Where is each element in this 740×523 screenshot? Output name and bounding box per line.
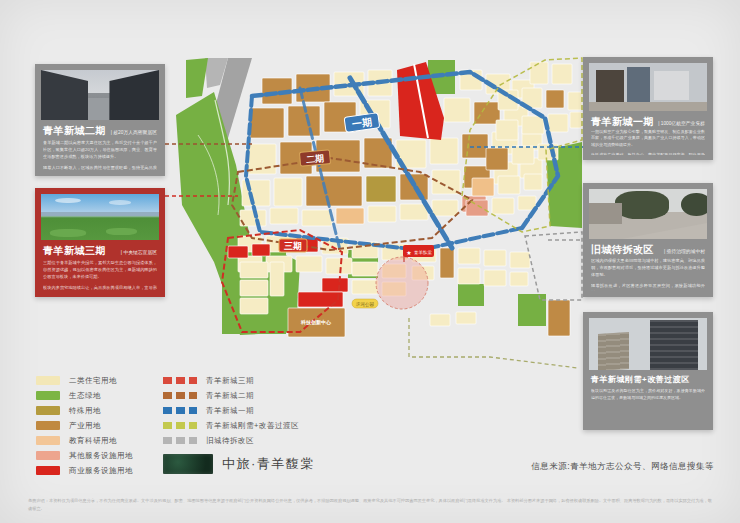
map-parcel [486, 148, 508, 170]
panel-phase2-title: 青羊新城二期 [43, 124, 106, 138]
map-parcel [484, 250, 506, 266]
map-parcel [552, 64, 572, 84]
panel-phase2-body: 青羊新城二期以高密度大盘住区为主，先后交付十余个超千户社区，聚集常住人口超20万… [43, 140, 157, 170]
legend-regions: 青羊新城三期青羊新城二期青羊新城一期青羊新城刚需+改善过渡区旧城待拆改区 [163, 373, 299, 448]
map-oldtown-boundary [525, 232, 582, 300]
map-parcel [302, 210, 332, 226]
panel-phase1-subtitle: | 1000亿航空产业集群 [658, 120, 705, 126]
map-parcel [498, 176, 520, 194]
map-green-patch [458, 284, 484, 306]
legend-color-swatch [36, 451, 60, 460]
map-parcel [336, 208, 364, 224]
panel-transition: 青羊新城刚需+改善过渡区 板块以刚需及改善型住区为主，房价相对友好，承接青羊新城… [583, 312, 713, 430]
svg-text:三期: 三期 [284, 241, 302, 251]
legend-label: 青羊新城二期 [206, 391, 254, 401]
legend-row: 二类住宅用地 [36, 373, 133, 388]
project-flag-label: 青羊馥棠 [414, 250, 433, 255]
legend-row: 产业用地 [36, 418, 133, 433]
legend-color-swatch [36, 376, 60, 385]
map-parcel [496, 120, 518, 140]
phase3-badge: 三期 [279, 239, 307, 252]
logo-image [163, 454, 213, 474]
map-parcel [326, 258, 352, 274]
legend-label: 产业用地 [69, 421, 101, 431]
map-parcel [400, 204, 428, 220]
photo-oldtown-street [589, 189, 707, 239]
legend-label: 青羊新城三期 [206, 376, 254, 386]
map-parcel [546, 90, 564, 108]
legend-dash-swatch [163, 392, 197, 399]
logo-text: 中旅·青羊馥棠 [222, 455, 315, 473]
legend-dash-swatch [163, 422, 197, 429]
panel-phase1: 青羊新城一期 | 1000亿航空产业集群 一期以航空产业为核心引擎，聚集航空研发… [583, 57, 713, 160]
logo: 中旅·青羊馥棠 [163, 454, 315, 474]
project-star-icon: ★ [406, 250, 411, 256]
panel-phase3-subtitle: | 中央绿芯宜居区 [121, 249, 157, 255]
legend-dash-swatch [163, 377, 197, 384]
map-parcel [458, 268, 480, 284]
map-parcel [430, 314, 450, 326]
map-parcel [462, 134, 488, 158]
map-parcel [458, 248, 480, 264]
legend-label: 其他服务设施用地 [69, 451, 133, 461]
legend-row: 青羊新城二期 [163, 388, 299, 403]
map-parcel [274, 178, 302, 206]
map-parcel [368, 206, 396, 222]
panel-transition-title: 青羊新城刚需+改善过渡区 [591, 374, 690, 385]
map-parcel [472, 178, 494, 196]
map-parcel [440, 248, 454, 278]
map-parcel [568, 92, 582, 110]
map-parcel [288, 106, 320, 136]
panel-phase1-body: 一期以航空产业为核心引擎，聚集航空研发、制造及配套企业数百家，形成千亿级产业集群… [591, 129, 705, 155]
legend-label: 教育科研用地 [69, 436, 117, 446]
legend-label: 青羊新城刚需+改善过渡区 [206, 421, 299, 431]
map-parcel [352, 262, 378, 276]
panel-oldtown-title: 旧城待拆改区 [591, 243, 654, 257]
map-parcel [240, 298, 268, 314]
map-parcel [250, 108, 284, 138]
project-radius-highlight [376, 257, 428, 309]
map-parcel [432, 170, 460, 194]
legend-label: 生态绿地 [69, 391, 101, 401]
panel-transition-body: 板块以刚需及改善型住区为主，房价相对友好，承接青羊新城外溢的居住需求，是新城与旧… [591, 388, 705, 424]
legend-row: 青羊新城三期 [163, 373, 299, 388]
legend-color-swatch [36, 436, 60, 445]
map-parcel [484, 270, 506, 286]
legend-row: 特殊用地 [36, 403, 133, 418]
legend-label: 二类住宅用地 [69, 376, 117, 386]
photo-phase1-offices [589, 63, 707, 111]
legend-row: 其他服务设施用地 [36, 448, 133, 463]
legend-dash-swatch [163, 407, 197, 414]
map-parcel [228, 246, 248, 258]
map-parcel [444, 98, 470, 122]
footer-line1: 免责声明：本资料仅为项目信息分享，不作为任何商业承诺。文中涉及的规划、配套、地图… [28, 498, 506, 503]
legend-color-swatch [36, 391, 60, 400]
legend-label: 青羊新城一期 [206, 406, 254, 416]
panel-phase2: 青羊新城二期 | 超20万人高密聚居区 青羊新城二期以高密度大盘住区为主，先后交… [35, 64, 165, 176]
phase2-badge: 二期 [299, 150, 330, 167]
park-badge-label: 滨河公园 [356, 302, 374, 307]
legend-color-swatch [36, 406, 60, 415]
map-parcel [366, 176, 396, 202]
panel-oldtown: 旧城待拆改区 | 亟待治理的城中村 区域内仍保留大量老旧院落与城中村，建筑密度高… [583, 183, 713, 297]
legend-land-use: 二类住宅用地生态绿地特殊用地产业用地教育科研用地其他服务设施用地商业服务设施用地 [36, 373, 133, 478]
legend-label: 商业服务设施用地 [69, 466, 133, 476]
map-green-patch [518, 294, 546, 326]
map-parcel [570, 112, 582, 128]
map-parcel [270, 208, 298, 224]
panel-oldtown-subtitle: | 亟待治理的城中村 [664, 248, 705, 254]
panel-phase3-body: 三期位于青羊新城中央绿芯，紧邻大型生态公园与绿道体系，自然资源优越，规划以低密度… [43, 260, 157, 291]
map-parcel [322, 278, 348, 292]
legend-row: 青羊新城一期 [163, 403, 299, 418]
innovation-center-label: 科技创新中心 [300, 319, 332, 326]
legend-row: 教育科研用地 [36, 433, 133, 448]
map-parcel [456, 312, 476, 324]
map-parcel [298, 292, 343, 307]
panel-phase1-title: 青羊新城一期 [591, 115, 654, 129]
map-parcel [306, 176, 362, 206]
panel-phase2-subtitle: | 超20万人高密聚居区 [111, 129, 157, 135]
legend-color-swatch [36, 466, 60, 475]
map-parcel [512, 146, 534, 164]
map-parcel [240, 262, 268, 278]
legend-row: 旧城待拆改区 [163, 433, 299, 448]
